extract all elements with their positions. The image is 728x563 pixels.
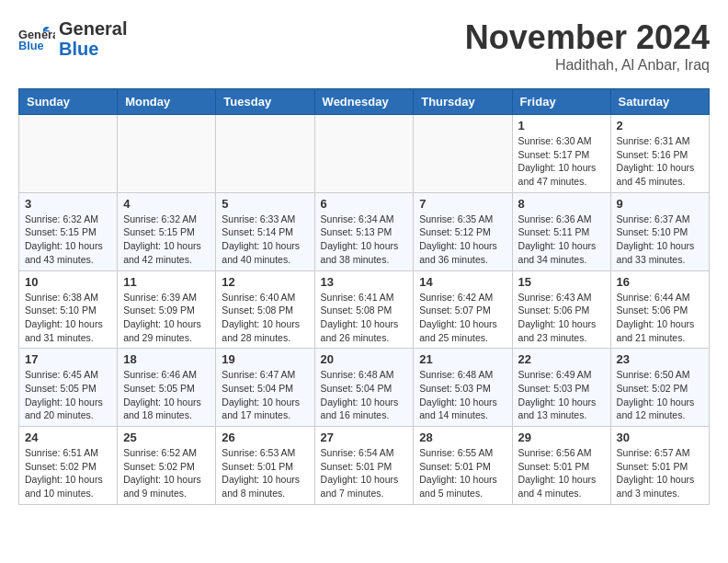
day-info: Sunrise: 6:47 AM Sunset: 5:04 PM Dayligh… xyxy=(222,368,308,422)
calendar-cell: 16Sunrise: 6:44 AM Sunset: 5:06 PM Dayli… xyxy=(610,270,709,349)
weekday-header: Friday xyxy=(512,89,610,115)
day-number: 19 xyxy=(222,352,308,366)
month-title: November 2024 xyxy=(465,18,710,57)
day-number: 11 xyxy=(123,275,210,289)
day-number: 15 xyxy=(518,275,605,289)
calendar-cell: 26Sunrise: 6:53 AM Sunset: 5:01 PM Dayli… xyxy=(216,427,314,505)
day-number: 25 xyxy=(123,431,210,444)
calendar-cell: 1Sunrise: 6:30 AM Sunset: 5:17 PM Daylig… xyxy=(512,115,610,193)
calendar-cell: 11Sunrise: 6:39 AM Sunset: 5:09 PM Dayli… xyxy=(118,270,216,349)
calendar-cell: 7Sunrise: 6:35 AM Sunset: 5:12 PM Daylig… xyxy=(414,192,512,270)
day-info: Sunrise: 6:52 AM Sunset: 5:02 PM Dayligh… xyxy=(123,446,210,500)
day-info: Sunrise: 6:35 AM Sunset: 5:12 PM Dayligh… xyxy=(419,213,506,267)
calendar-cell: 23Sunrise: 6:50 AM Sunset: 5:02 PM Dayli… xyxy=(610,349,709,427)
day-info: Sunrise: 6:42 AM Sunset: 5:07 PM Dayligh… xyxy=(419,291,506,345)
calendar-cell: 12Sunrise: 6:40 AM Sunset: 5:08 PM Dayli… xyxy=(216,270,314,349)
calendar-cell: 8Sunrise: 6:36 AM Sunset: 5:11 PM Daylig… xyxy=(512,192,610,270)
day-info: Sunrise: 6:49 AM Sunset: 5:03 PM Dayligh… xyxy=(518,368,605,422)
calendar-week-row: 10Sunrise: 6:38 AM Sunset: 5:10 PM Dayli… xyxy=(19,270,710,349)
calendar-cell: 2Sunrise: 6:31 AM Sunset: 5:16 PM Daylig… xyxy=(610,115,709,193)
day-info: Sunrise: 6:56 AM Sunset: 5:01 PM Dayligh… xyxy=(518,446,605,500)
calendar-week-row: 1Sunrise: 6:30 AM Sunset: 5:17 PM Daylig… xyxy=(19,115,710,193)
day-number: 27 xyxy=(321,431,408,444)
day-info: Sunrise: 6:40 AM Sunset: 5:08 PM Dayligh… xyxy=(222,291,308,345)
day-number: 18 xyxy=(123,352,210,366)
day-info: Sunrise: 6:48 AM Sunset: 5:03 PM Dayligh… xyxy=(419,368,506,422)
day-number: 6 xyxy=(321,197,408,211)
day-number: 13 xyxy=(321,275,408,289)
day-info: Sunrise: 6:33 AM Sunset: 5:14 PM Dayligh… xyxy=(222,213,308,267)
day-info: Sunrise: 6:55 AM Sunset: 5:01 PM Dayligh… xyxy=(419,446,506,500)
svg-text:Blue: Blue xyxy=(18,39,44,52)
day-info: Sunrise: 6:36 AM Sunset: 5:11 PM Dayligh… xyxy=(518,213,605,267)
day-number: 24 xyxy=(25,431,111,444)
day-number: 9 xyxy=(617,197,703,211)
calendar-cell xyxy=(216,115,314,193)
day-info: Sunrise: 6:31 AM Sunset: 5:16 PM Dayligh… xyxy=(617,134,703,189)
calendar-header-row: SundayMondayTuesdayWednesdayThursdayFrid… xyxy=(19,89,710,115)
day-info: Sunrise: 6:37 AM Sunset: 5:10 PM Dayligh… xyxy=(617,213,703,267)
calendar-cell: 24Sunrise: 6:51 AM Sunset: 5:02 PM Dayli… xyxy=(19,427,118,505)
calendar-cell xyxy=(314,115,414,193)
logo-icon: General Blue xyxy=(18,25,55,52)
day-info: Sunrise: 6:32 AM Sunset: 5:15 PM Dayligh… xyxy=(25,213,111,267)
day-number: 12 xyxy=(222,275,308,289)
calendar-cell: 13Sunrise: 6:41 AM Sunset: 5:08 PM Dayli… xyxy=(314,270,414,349)
calendar-cell: 15Sunrise: 6:43 AM Sunset: 5:06 PM Dayli… xyxy=(512,270,610,349)
calendar-cell: 25Sunrise: 6:52 AM Sunset: 5:02 PM Dayli… xyxy=(118,427,216,505)
day-info: Sunrise: 6:39 AM Sunset: 5:09 PM Dayligh… xyxy=(123,291,210,345)
day-number: 10 xyxy=(25,275,111,289)
day-info: Sunrise: 6:45 AM Sunset: 5:05 PM Dayligh… xyxy=(25,368,111,422)
day-info: Sunrise: 6:48 AM Sunset: 5:04 PM Dayligh… xyxy=(321,368,408,422)
day-number: 14 xyxy=(419,275,506,289)
day-info: Sunrise: 6:32 AM Sunset: 5:15 PM Dayligh… xyxy=(123,213,210,267)
day-number: 21 xyxy=(419,352,506,366)
page-header: General Blue General Blue November 2024 … xyxy=(18,18,710,74)
weekday-header: Monday xyxy=(118,89,216,115)
day-number: 20 xyxy=(321,352,408,366)
weekday-header: Saturday xyxy=(610,89,709,115)
title-block: November 2024 Hadithah, Al Anbar, Iraq xyxy=(465,18,710,74)
calendar-cell: 3Sunrise: 6:32 AM Sunset: 5:15 PM Daylig… xyxy=(19,192,118,270)
day-info: Sunrise: 6:43 AM Sunset: 5:06 PM Dayligh… xyxy=(518,291,605,345)
day-info: Sunrise: 6:54 AM Sunset: 5:01 PM Dayligh… xyxy=(321,446,408,500)
calendar-cell xyxy=(118,115,216,193)
weekday-header: Sunday xyxy=(19,89,118,115)
day-number: 4 xyxy=(123,197,210,211)
calendar-week-row: 3Sunrise: 6:32 AM Sunset: 5:15 PM Daylig… xyxy=(19,192,710,270)
calendar-cell xyxy=(414,115,512,193)
logo-text-block: General Blue xyxy=(59,18,127,59)
day-number: 16 xyxy=(617,275,703,289)
day-info: Sunrise: 6:53 AM Sunset: 5:01 PM Dayligh… xyxy=(222,446,308,500)
location-subtitle: Hadithah, Al Anbar, Iraq xyxy=(465,57,710,74)
calendar-week-row: 17Sunrise: 6:45 AM Sunset: 5:05 PM Dayli… xyxy=(19,349,710,427)
calendar-cell: 4Sunrise: 6:32 AM Sunset: 5:15 PM Daylig… xyxy=(118,192,216,270)
day-number: 29 xyxy=(518,431,605,444)
day-number: 7 xyxy=(419,197,506,211)
calendar-week-row: 24Sunrise: 6:51 AM Sunset: 5:02 PM Dayli… xyxy=(19,427,710,505)
calendar-cell: 19Sunrise: 6:47 AM Sunset: 5:04 PM Dayli… xyxy=(216,349,314,427)
day-info: Sunrise: 6:41 AM Sunset: 5:08 PM Dayligh… xyxy=(321,291,408,345)
day-number: 30 xyxy=(617,431,703,444)
day-number: 26 xyxy=(222,431,308,444)
calendar-cell: 18Sunrise: 6:46 AM Sunset: 5:05 PM Dayli… xyxy=(118,349,216,427)
day-number: 28 xyxy=(419,431,506,444)
day-number: 2 xyxy=(617,119,703,132)
calendar-cell: 14Sunrise: 6:42 AM Sunset: 5:07 PM Dayli… xyxy=(414,270,512,349)
calendar-cell: 27Sunrise: 6:54 AM Sunset: 5:01 PM Dayli… xyxy=(314,427,414,505)
day-number: 17 xyxy=(25,352,111,366)
calendar-cell: 10Sunrise: 6:38 AM Sunset: 5:10 PM Dayli… xyxy=(19,270,118,349)
day-info: Sunrise: 6:50 AM Sunset: 5:02 PM Dayligh… xyxy=(617,368,703,422)
calendar-cell xyxy=(19,115,118,193)
day-number: 3 xyxy=(25,197,111,211)
calendar-cell: 30Sunrise: 6:57 AM Sunset: 5:01 PM Dayli… xyxy=(610,427,709,505)
day-number: 22 xyxy=(518,352,605,366)
day-number: 5 xyxy=(222,197,308,211)
day-number: 23 xyxy=(617,352,703,366)
weekday-header: Wednesday xyxy=(314,89,414,115)
calendar-table: SundayMondayTuesdayWednesdayThursdayFrid… xyxy=(18,88,710,505)
day-info: Sunrise: 6:30 AM Sunset: 5:17 PM Dayligh… xyxy=(518,134,605,189)
day-info: Sunrise: 6:46 AM Sunset: 5:05 PM Dayligh… xyxy=(123,368,210,422)
calendar-cell: 20Sunrise: 6:48 AM Sunset: 5:04 PM Dayli… xyxy=(314,349,414,427)
calendar-cell: 17Sunrise: 6:45 AM Sunset: 5:05 PM Dayli… xyxy=(19,349,118,427)
